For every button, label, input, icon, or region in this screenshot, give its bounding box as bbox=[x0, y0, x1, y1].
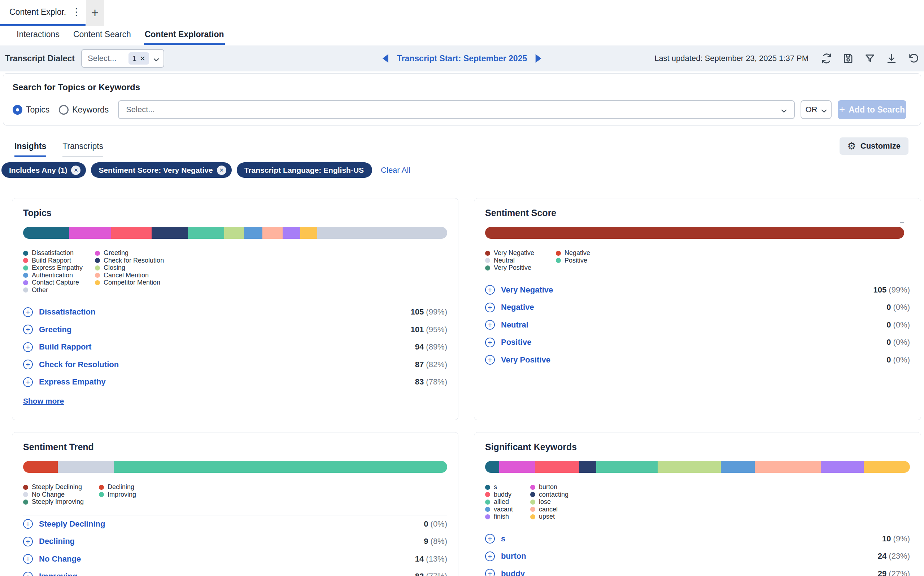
chevron-down-icon[interactable] bbox=[153, 57, 159, 60]
tab-insights[interactable]: Insights bbox=[14, 141, 46, 157]
next-period-icon[interactable] bbox=[536, 54, 541, 63]
customize-button[interactable]: ⚙ Customize bbox=[839, 138, 908, 155]
metric-label[interactable]: Dissatisfaction bbox=[39, 307, 96, 317]
pill-transcript-language[interactable]: Transcript Language: English-US bbox=[237, 162, 372, 178]
expand-plus-icon[interactable]: + bbox=[23, 519, 33, 529]
legend-label: Greeting bbox=[104, 249, 128, 257]
filter-icon[interactable] bbox=[864, 53, 876, 64]
kebab-menu-icon[interactable]: ⋮ bbox=[71, 7, 81, 17]
expand-plus-icon[interactable]: + bbox=[485, 338, 495, 347]
last-updated-text: Last updated: September 23, 2025 1:37 PM bbox=[654, 54, 808, 63]
pill-sentiment-score[interactable]: Sentiment Score: Very Negative ✕ bbox=[91, 162, 231, 178]
expand-plus-icon[interactable]: + bbox=[23, 360, 33, 369]
plus-icon: + bbox=[839, 104, 845, 115]
legend-item-lose: lose bbox=[530, 498, 568, 506]
remove-filter-icon[interactable]: ✕ bbox=[71, 166, 80, 175]
legend-item-vacant: vacant bbox=[485, 506, 513, 513]
remove-filter-icon[interactable]: ✕ bbox=[217, 166, 226, 175]
topics-radio[interactable] bbox=[13, 105, 22, 115]
transcript-dialect-label: Transcript Dialect bbox=[5, 54, 75, 64]
tab-content-search[interactable]: Content Search bbox=[72, 26, 132, 45]
expand-plus-icon[interactable]: + bbox=[23, 537, 33, 546]
expand-plus-icon[interactable]: + bbox=[485, 285, 495, 295]
metric-label[interactable]: Negative bbox=[501, 302, 534, 312]
stacked-bar-track bbox=[23, 461, 447, 473]
expand-plus-icon[interactable]: + bbox=[485, 355, 495, 365]
legend-dot-icon bbox=[530, 507, 535, 512]
browser-tab-content-exploration[interactable]: Content Explor... ⋮ bbox=[0, 0, 85, 26]
operator-select[interactable]: OR bbox=[800, 100, 832, 119]
metric-label[interactable]: Positive bbox=[501, 338, 531, 347]
expand-plus-icon[interactable]: + bbox=[23, 377, 33, 387]
expand-plus-icon[interactable]: + bbox=[485, 534, 495, 544]
legend-dot-icon bbox=[556, 251, 561, 256]
metric-label[interactable]: Build Rapport bbox=[39, 342, 91, 352]
expand-plus-icon[interactable]: + bbox=[23, 307, 33, 317]
expand-plus-icon[interactable]: + bbox=[485, 552, 495, 561]
keywords-radio[interactable] bbox=[59, 105, 69, 115]
new-tab-button[interactable]: + bbox=[86, 0, 104, 26]
expand-plus-icon[interactable]: + bbox=[485, 302, 495, 312]
bar-segment-authentication bbox=[244, 227, 262, 239]
metric-value: 9 (8%) bbox=[424, 537, 447, 546]
metric-percent: (8%) bbox=[428, 537, 447, 546]
period-label[interactable]: Transcript Start: September 2025 bbox=[397, 54, 527, 64]
metric-value: 0 (0%) bbox=[424, 519, 447, 529]
search-panel-controls: Topics Keywords Select... OR + Add to Se… bbox=[13, 100, 906, 119]
bar-segment-closing bbox=[224, 227, 244, 239]
metric-row-dissatisfaction: +Dissatisfaction105 (99%) bbox=[23, 303, 447, 321]
download-icon[interactable] bbox=[886, 53, 897, 64]
restore-icon[interactable] bbox=[907, 53, 919, 64]
legend-dot-icon bbox=[485, 258, 490, 263]
legend-label: Steeply Declining bbox=[32, 483, 82, 491]
metric-label[interactable]: Very Negative bbox=[501, 285, 553, 295]
sentiment-score-card: Sentiment ScoreVery NegativeNegativeNeut… bbox=[474, 198, 921, 420]
tab-transcripts[interactable]: Transcripts bbox=[63, 141, 103, 157]
legend-label: Very Negative bbox=[494, 249, 534, 257]
previous-period-icon[interactable] bbox=[383, 54, 388, 63]
metric-label[interactable]: No Change bbox=[39, 554, 81, 564]
topics-keywords-select[interactable]: Select... bbox=[118, 100, 795, 119]
bar-segment-buddy bbox=[535, 461, 580, 473]
filter-bar: Transcript Dialect Select... 1 ✕ Transcr… bbox=[0, 45, 924, 71]
save-icon[interactable] bbox=[842, 53, 854, 64]
metric-label[interactable]: Neutral bbox=[501, 320, 528, 330]
metric-label[interactable]: Improving bbox=[39, 572, 77, 576]
metric-count: 0 bbox=[887, 355, 891, 364]
pill-includes-any[interactable]: Includes Any (1) ✕ bbox=[2, 162, 86, 178]
tab-content-exploration[interactable]: Content Exploration bbox=[144, 26, 225, 45]
expand-plus-icon[interactable]: + bbox=[485, 569, 495, 576]
expand-plus-icon[interactable]: + bbox=[23, 554, 33, 564]
metric-percent: (77%) bbox=[424, 572, 447, 576]
legend-label: Other bbox=[32, 286, 48, 294]
expand-plus-icon[interactable]: + bbox=[23, 342, 33, 352]
transcript-dialect-select[interactable]: Select... 1 ✕ bbox=[81, 49, 164, 68]
metric-label[interactable]: s bbox=[501, 534, 505, 544]
add-to-search-button[interactable]: + Add to Search bbox=[838, 100, 906, 119]
metric-label[interactable]: Very Positive bbox=[501, 355, 550, 365]
show-more-link[interactable]: Show more bbox=[23, 397, 64, 405]
metric-count: 0 bbox=[424, 519, 428, 528]
metric-label[interactable]: Express Empathy bbox=[39, 377, 106, 387]
legend-label: Competitor Mention bbox=[104, 279, 160, 286]
metric-label[interactable]: Declining bbox=[39, 537, 75, 546]
bar-segment-cancel bbox=[755, 461, 820, 473]
dialect-clear-icon[interactable]: ✕ bbox=[140, 54, 146, 63]
expand-plus-icon[interactable]: + bbox=[23, 325, 33, 334]
view-tabs: Insights Transcripts bbox=[14, 141, 103, 157]
metric-label[interactable]: Greeting bbox=[39, 325, 71, 334]
operator-value: OR bbox=[805, 105, 818, 114]
sentiment-trend-card: Sentiment TrendSteeply DecliningDeclinin… bbox=[12, 432, 459, 576]
tab-interactions[interactable]: Interactions bbox=[16, 26, 60, 45]
clear-all-link[interactable]: Clear All bbox=[381, 166, 411, 175]
legend-label: Steeply Improving bbox=[32, 498, 84, 506]
expand-plus-icon[interactable]: + bbox=[23, 572, 33, 576]
metric-label[interactable]: burton bbox=[501, 552, 526, 561]
metric-label[interactable]: Steeply Declining bbox=[39, 519, 105, 529]
refresh-icon[interactable] bbox=[821, 53, 832, 64]
metric-label[interactable]: buddy bbox=[501, 569, 525, 576]
metric-label[interactable]: Check for Resolution bbox=[39, 360, 119, 369]
metric-row-declining: +Declining9 (8%) bbox=[23, 533, 447, 550]
expand-plus-icon[interactable]: + bbox=[485, 320, 495, 330]
legend-item-contacting: contacting bbox=[530, 491, 568, 498]
